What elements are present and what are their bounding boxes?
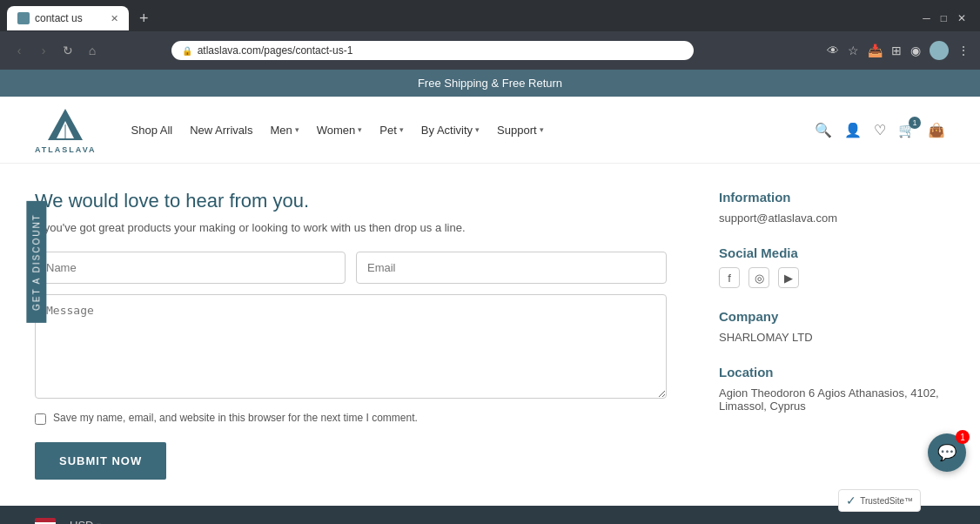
- home-button[interactable]: ⌂: [84, 44, 101, 57]
- currency-chevron-icon: ▾: [97, 521, 101, 525]
- cart-icon[interactable]: 🛒 1: [898, 122, 916, 138]
- browser-tab-bar: contact us ✕ + ─ □ ✕: [0, 0, 980, 31]
- address-bar[interactable]: 🔒 atlaslava.com/pages/contact-us-1: [171, 41, 694, 60]
- nav-new-arrivals[interactable]: New Arrivals: [190, 124, 252, 137]
- browser-actions: 👁 ☆ 📥 ⊞ ◉ ⋮: [827, 41, 970, 60]
- save-info-checkbox[interactable]: [35, 413, 46, 425]
- youtube-icon[interactable]: ▶: [778, 267, 799, 288]
- nav-pet[interactable]: Pet ▾: [379, 124, 404, 137]
- logo-text: ATLASLAVA: [35, 145, 97, 154]
- account-icon[interactable]: 👤: [844, 122, 862, 138]
- nav-shop-all[interactable]: Shop All: [131, 124, 173, 137]
- restore-button[interactable]: □: [941, 12, 947, 24]
- user-avatar[interactable]: [930, 41, 949, 60]
- location-section: Location Agion Theodoron 6 Agios Athanas…: [719, 365, 945, 413]
- chat-icon: 💬: [937, 443, 957, 462]
- chat-badge: 1: [956, 430, 970, 444]
- tab-close-button[interactable]: ✕: [111, 13, 118, 24]
- grid-icon[interactable]: ⊞: [891, 44, 902, 57]
- save-info-row: Save my name, email, and website in this…: [35, 412, 667, 425]
- lock-icon: 🔒: [182, 46, 192, 56]
- chevron-down-icon: ▾: [358, 125, 362, 134]
- profile-icon[interactable]: ◉: [910, 44, 921, 57]
- menu-icon[interactable]: ⋮: [957, 44, 970, 57]
- discount-sidebar[interactable]: GET A DISCOUNT: [26, 201, 46, 323]
- tab-title: contact us: [35, 12, 105, 24]
- social-media-section: Social Media f ◎ ▶: [719, 245, 945, 288]
- nav-support[interactable]: Support ▾: [497, 124, 544, 137]
- location-title: Location: [719, 365, 945, 380]
- bookmark-icon[interactable]: ☆: [848, 44, 859, 57]
- page-content: We would love to hear from you. If you'v…: [0, 164, 980, 506]
- wishlist-icon[interactable]: ♡: [874, 122, 886, 138]
- contact-heading: We would love to hear from you.: [35, 190, 667, 212]
- window-controls: ─ □ ✕: [923, 12, 973, 24]
- trusted-icon: ✓: [846, 494, 856, 507]
- minimize-button[interactable]: ─: [923, 12, 930, 24]
- nav-by-activity[interactable]: By Activity ▾: [421, 124, 480, 137]
- social-media-title: Social Media: [719, 245, 945, 260]
- info-panel: Information support@atlaslava.com Social…: [719, 190, 945, 480]
- currency-selector[interactable]: USD ▾: [70, 519, 101, 525]
- browser-tab[interactable]: contact us ✕: [7, 6, 129, 30]
- cart-count-badge: 1: [909, 117, 921, 129]
- forward-button[interactable]: ›: [35, 44, 52, 57]
- free-shipping-banner: Free Shipping & Free Return: [0, 70, 980, 97]
- chevron-down-icon: ▾: [540, 125, 544, 134]
- url-text: atlaslava.com/pages/contact-us-1: [198, 44, 683, 57]
- nav-women[interactable]: Women ▾: [317, 124, 363, 137]
- chevron-down-icon: ▾: [475, 125, 480, 134]
- bag-icon[interactable]: 👜: [928, 122, 945, 138]
- site-logo[interactable]: ATLASLAVA: [35, 105, 97, 154]
- logo-svg: [46, 105, 84, 144]
- currency-text: USD: [70, 519, 93, 525]
- chevron-down-icon: ▾: [399, 125, 404, 134]
- information-section: Information support@atlaslava.com: [719, 190, 945, 225]
- site-footer: USD ▾: [0, 506, 980, 524]
- us-flag: [35, 518, 56, 524]
- extensions-icon[interactable]: 👁: [827, 44, 839, 57]
- site-header: ATLASLAVA Shop All New Arrivals Men ▾ Wo…: [0, 97, 980, 164]
- browser-chrome: contact us ✕ + ─ □ ✕ ‹ › ↻ ⌂ 🔒 atlaslava…: [0, 0, 980, 70]
- refresh-button[interactable]: ↻: [59, 44, 77, 57]
- location-text: Agion Theodoron 6 Agios Athanasios, 4102…: [719, 386, 945, 413]
- company-title: Company: [719, 309, 945, 324]
- submit-button[interactable]: SUBMIT NOW: [35, 442, 166, 480]
- trusted-text: TrustedSite™: [860, 496, 913, 506]
- header-icons: 🔍 👤 ♡ 🛒 1 👜: [815, 122, 945, 138]
- contact-form-section: We would love to hear from you. If you'v…: [35, 190, 667, 480]
- information-title: Information: [719, 190, 945, 205]
- company-name: SHARLOMAY LTD: [719, 331, 945, 344]
- search-icon[interactable]: 🔍: [815, 122, 832, 138]
- social-icons-row: f ◎ ▶: [719, 267, 945, 288]
- discount-label: GET A DISCOUNT: [31, 213, 41, 311]
- contact-subtext: If you've got great products your making…: [35, 221, 667, 234]
- main-nav: Shop All New Arrivals Men ▾ Women ▾ Pet …: [131, 124, 816, 137]
- company-section: Company SHARLOMAY LTD: [719, 309, 945, 344]
- chat-button[interactable]: 💬 1: [928, 433, 966, 472]
- facebook-icon[interactable]: f: [719, 267, 740, 288]
- instagram-icon[interactable]: ◎: [748, 267, 769, 288]
- nav-men[interactable]: Men ▾: [270, 124, 299, 137]
- message-textarea[interactable]: [35, 294, 667, 399]
- back-button[interactable]: ‹: [10, 44, 28, 57]
- chevron-down-icon: ▾: [295, 125, 299, 134]
- support-email: support@atlaslava.com: [719, 212, 945, 225]
- name-input[interactable]: [35, 252, 346, 284]
- email-input[interactable]: [356, 252, 667, 284]
- name-email-row: [35, 252, 667, 284]
- save-info-label: Save my name, email, and website in this…: [53, 412, 418, 424]
- banner-text: Free Shipping & Free Return: [418, 77, 562, 90]
- save-icon[interactable]: 📥: [868, 44, 883, 57]
- new-tab-button[interactable]: +: [132, 10, 156, 28]
- close-button[interactable]: ✕: [957, 12, 966, 24]
- trusted-site-badge[interactable]: ✓ TrustedSite™: [838, 489, 921, 512]
- browser-address-bar: ‹ › ↻ ⌂ 🔒 atlaslava.com/pages/contact-us…: [0, 31, 980, 70]
- tab-favicon: [17, 12, 30, 24]
